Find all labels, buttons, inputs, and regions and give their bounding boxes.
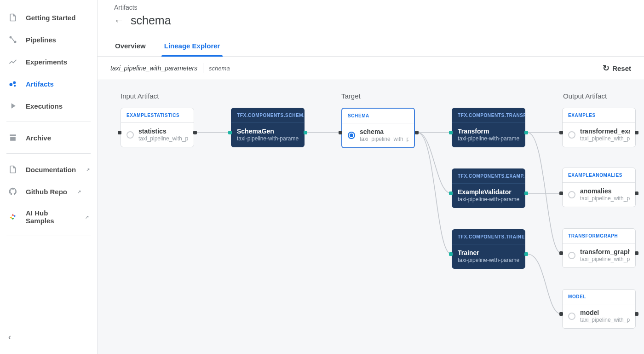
svg-point-4: [14, 85, 16, 87]
context-artifact: schema: [209, 65, 230, 72]
breadcrumb[interactable]: Artifacts: [114, 4, 627, 11]
chevron-left-icon: ‹: [8, 332, 11, 342]
sidebar-label: Artifacts: [26, 80, 54, 88]
sidebar-item-aihub[interactable]: AI Hub Samples ↗: [0, 203, 97, 231]
port: [228, 131, 232, 134]
port: [415, 131, 419, 134]
port: [193, 131, 197, 134]
back-button[interactable]: ←: [114, 15, 124, 27]
play-icon: [8, 101, 17, 110]
artifacts-icon: [8, 79, 17, 88]
sidebar-item-pipelines[interactable]: Pipelines: [0, 29, 97, 51]
github-icon: [8, 187, 17, 196]
node-name: anomalies: [580, 187, 630, 195]
document-icon: [8, 165, 17, 174]
radio-icon[interactable]: [348, 132, 355, 139]
divider: [6, 236, 91, 236]
node-name: model: [580, 309, 630, 316]
radio-icon[interactable]: [126, 131, 134, 139]
node-type: TFX.COMPONENTS.TRANSF...: [452, 108, 525, 123]
node-type: TFX.COMPONENTS.TRAINE...: [452, 230, 525, 244]
node-transform[interactable]: TFX.COMPONENTS.TRANSF... Transform taxi-…: [452, 108, 525, 147]
experiments-icon: [8, 57, 17, 66]
header: Artifacts ← schema: [98, 0, 644, 32]
sidebar-label: AI Hub Samples: [26, 209, 75, 225]
node-name: statistics: [138, 128, 188, 135]
node-transformgraph[interactable]: TRANSFORMGRAPH transform_graph taxi_pipe…: [562, 228, 636, 268]
port: [339, 131, 342, 134]
main: Artifacts ← schema Overview Lineage Expl…: [98, 0, 644, 354]
external-link-icon: ↗: [77, 189, 81, 194]
node-type: EXAMPLESTATISTICS: [121, 108, 194, 123]
column-header-output: Output Artifact: [563, 92, 607, 100]
node-anomalies[interactable]: EXAMPLEANOMALIES anomalies taxi_pipeline…: [562, 168, 636, 207]
sidebar-label: Github Repo: [26, 188, 67, 196]
tab-overview[interactable]: Overview: [114, 42, 147, 56]
sidebar-item-documentation[interactable]: Documentation ↗: [0, 158, 97, 180]
node-name: Transform: [458, 128, 519, 135]
sidebar-item-github[interactable]: Github Repo ↗: [0, 180, 97, 203]
context-bar: taxi_pipeline_with_parameters schema ↻ R…: [98, 57, 644, 80]
node-sub: taxi_pipeline_with_par: [580, 135, 630, 142]
radio-icon[interactable]: [568, 313, 575, 320]
pipelines-icon: [8, 35, 17, 44]
divider: [6, 153, 91, 154]
node-name: transform_graph: [580, 248, 630, 255]
port: [118, 131, 121, 134]
sidebar-item-archive[interactable]: Archive: [0, 127, 97, 149]
radio-icon[interactable]: [568, 131, 575, 139]
radio-icon[interactable]: [568, 191, 575, 198]
sidebar-label: Getting Started: [26, 14, 75, 22]
column-header-target: Target: [341, 92, 361, 100]
lineage-canvas[interactable]: Input Artifact Target Output Artifact: [98, 80, 644, 354]
node-name: schema: [360, 128, 408, 135]
node-schemagen[interactable]: TFX.COMPONENTS.SCHEM... SchemaGen taxi-p…: [231, 108, 305, 147]
node-examplevalidator[interactable]: TFX.COMPONENTS.EXAMP... ExampleValidator…: [452, 168, 525, 208]
node-model[interactable]: MODEL model taxi_pipeline_with_par: [562, 289, 636, 329]
tab-lineage-explorer[interactable]: Lineage Explorer: [163, 42, 221, 56]
node-sub: taxi_pipeline_with_pa: [360, 135, 408, 143]
port: [559, 312, 563, 316]
sidebar-item-getting-started[interactable]: Getting Started: [0, 6, 97, 29]
port: [559, 131, 563, 134]
sidebar-item-experiments[interactable]: Experiments: [0, 51, 97, 73]
node-sub: taxi_pipeline_with_par: [138, 135, 188, 142]
radio-icon[interactable]: [568, 252, 575, 259]
sidebar-item-artifacts[interactable]: Artifacts: [0, 73, 97, 95]
port: [449, 192, 453, 195]
reset-button[interactable]: ↻ Reset: [603, 63, 631, 73]
node-type: MODEL: [563, 290, 635, 304]
sidebar-item-executions[interactable]: Executions: [0, 95, 97, 117]
divider: [203, 63, 203, 73]
node-schema-target[interactable]: SCHEMA schema taxi_pipeline_with_pa: [341, 108, 415, 148]
node-sub: taxi-pipeline-with-parameters-j29rn: [458, 135, 519, 142]
document-icon: [8, 13, 17, 22]
external-link-icon: ↗: [86, 167, 90, 172]
node-sub: taxi-pipeline-with-parameters-j29rn: [237, 135, 299, 142]
sidebar-label: Archive: [26, 134, 51, 142]
column-header-input: Input Artifact: [121, 92, 159, 100]
reset-icon: ↻: [603, 63, 610, 73]
aihub-icon: [8, 212, 17, 221]
node-type: SCHEMA: [342, 109, 414, 123]
collapse-sidebar-button[interactable]: ‹: [0, 327, 97, 348]
port: [635, 312, 638, 316]
sidebar-label: Executions: [26, 102, 63, 110]
svg-point-3: [13, 81, 16, 84]
port: [635, 192, 638, 195]
tabs: Overview Lineage Explorer: [98, 42, 644, 57]
context-pipeline[interactable]: taxi_pipeline_with_parameters: [110, 64, 197, 72]
node-examples[interactable]: EXAMPLES transformed_exampl taxi_pipelin…: [562, 108, 636, 147]
node-sub: taxi_pipeline_with_par: [580, 255, 630, 263]
node-sub: taxi-pipeline-with-parameters-j29rn: [458, 196, 519, 203]
node-sub: taxi_pipeline_with_par: [580, 316, 630, 324]
divider: [6, 122, 91, 122]
archive-icon: [8, 133, 17, 142]
sidebar-label: Experiments: [26, 58, 67, 66]
node-trainer[interactable]: TFX.COMPONENTS.TRAINE... Trainer taxi-pi…: [452, 229, 525, 269]
port: [449, 131, 453, 134]
node-statistics[interactable]: EXAMPLESTATISTICS statistics taxi_pipeli…: [121, 108, 194, 147]
sidebar-label: Pipelines: [26, 36, 56, 44]
port: [524, 131, 528, 134]
node-type: EXAMPLEANOMALIES: [563, 168, 635, 183]
